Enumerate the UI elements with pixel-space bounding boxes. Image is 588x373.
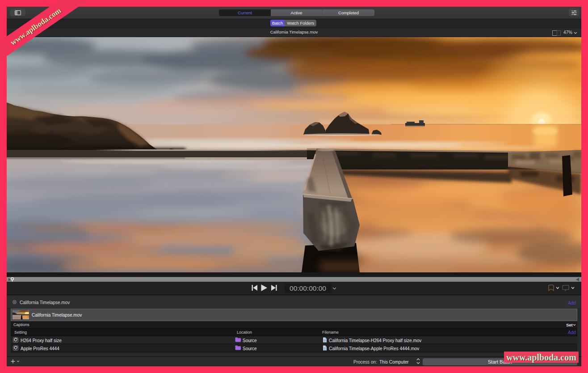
svg-text:www.aplboda.com: www.aplboda.com: [9, 6, 63, 47]
